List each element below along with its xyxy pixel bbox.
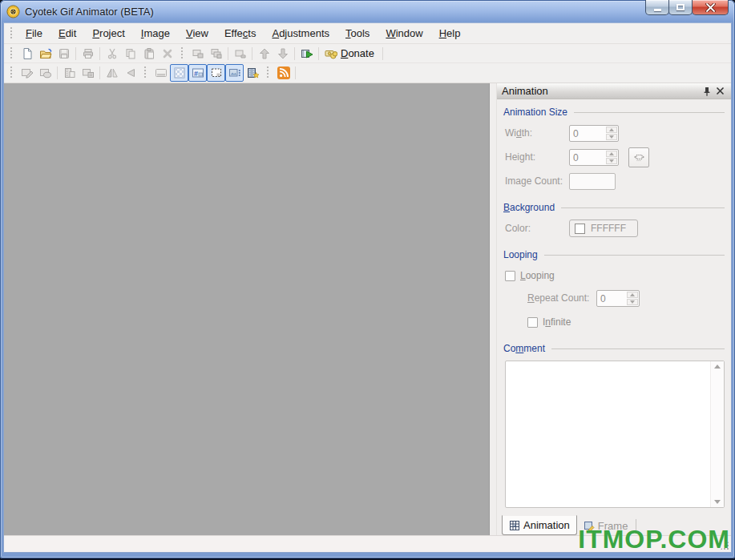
- section-rule: [544, 255, 725, 256]
- paste-button: [139, 45, 158, 62]
- animation-tab-icon: [509, 520, 520, 531]
- export-frame-icon: [192, 47, 204, 60]
- previous-frame-button: [121, 64, 139, 82]
- edit-image-button: [18, 64, 36, 82]
- app-window: Cyotek Gif Animator (BETA) File Edit Pro…: [0, 0, 735, 558]
- transparency-grid-button[interactable]: [170, 64, 188, 82]
- comment-textarea[interactable]: [506, 361, 710, 507]
- paste-icon: [143, 47, 155, 60]
- transparency-grid-icon: [173, 66, 186, 79]
- section-background: Background: [503, 202, 725, 213]
- draw-ellipse-button: [36, 64, 55, 82]
- frame-numbers-button[interactable]: #: [188, 64, 207, 82]
- move-up-button: [255, 45, 273, 62]
- menu-image[interactable]: Image: [133, 24, 178, 42]
- height-row: Height: 0: [505, 148, 725, 166]
- panel-title: Animation: [502, 85, 701, 97]
- section-rule: [561, 207, 725, 208]
- print-icon: [82, 47, 95, 60]
- looping-checkbox[interactable]: [505, 271, 515, 281]
- export-all-frames-button: [207, 45, 225, 62]
- section-title: Looping: [503, 249, 538, 260]
- donate-button[interactable]: Donate: [321, 45, 380, 62]
- menu-window[interactable]: Window: [378, 24, 430, 42]
- image-count-label: Image Count:: [505, 175, 569, 187]
- frame-numbers-icon: #: [192, 66, 204, 79]
- toolbar-grip[interactable]: [143, 66, 147, 79]
- color-label: Color:: [505, 223, 569, 234]
- watermark: ITMOP.COM: [578, 526, 730, 552]
- infinite-row: Infinite: [527, 313, 725, 331]
- canvas-area: [4, 83, 490, 535]
- menu-adjustments[interactable]: Adjustments: [264, 24, 337, 42]
- menu-effects[interactable]: Effects: [216, 24, 265, 42]
- infinite-checkbox-label: Infinite: [543, 316, 571, 328]
- width-spinner: 0: [569, 125, 619, 142]
- preview-icon: [301, 47, 313, 60]
- menu-edit[interactable]: Edit: [50, 24, 84, 42]
- section-title: Background: [503, 202, 555, 213]
- titlebar: Cyotek Gif Animator (BETA): [0, 0, 735, 22]
- color-picker-button: FFFFFF: [569, 220, 638, 237]
- scroll-up-icon[interactable]: [714, 365, 721, 369]
- height-label: Height:: [505, 151, 569, 163]
- open-folder-icon: [39, 47, 52, 60]
- menu-view[interactable]: View: [178, 24, 216, 42]
- maximize-icon: [676, 4, 685, 10]
- maximize-button[interactable]: [668, 0, 693, 15]
- print-button: [79, 45, 97, 62]
- comment-scrollbar[interactable]: [710, 361, 724, 507]
- preview-animation-button[interactable]: [297, 45, 316, 62]
- toolbar-separator: [57, 66, 58, 79]
- toolbar-grip[interactable]: [266, 66, 270, 79]
- show-selection-button[interactable]: [207, 64, 225, 82]
- window-controls: [646, 0, 729, 15]
- copy-frame-icon: [82, 66, 95, 79]
- scroll-down-icon[interactable]: [714, 500, 721, 504]
- manage-frames-icon: [247, 66, 260, 79]
- toolbar-grip[interactable]: [180, 47, 184, 60]
- section-title: Animation Size: [503, 107, 567, 118]
- tab-animation[interactable]: Animation: [502, 515, 577, 535]
- toolbar-grip[interactable]: [10, 66, 14, 79]
- section-rule: [551, 348, 725, 349]
- resize-anchor-icon: [633, 151, 645, 163]
- color-value: FFFFFF: [591, 223, 626, 234]
- donate-label: Donate: [341, 47, 374, 59]
- new-project-button[interactable]: [18, 45, 36, 62]
- menu-file[interactable]: File: [18, 24, 50, 42]
- frame-bar-button: [151, 64, 170, 82]
- menu-tools[interactable]: Tools: [337, 24, 378, 42]
- spin-down-button: [606, 158, 617, 164]
- menubar-grip[interactable]: [10, 27, 14, 40]
- spin-up-button: [606, 127, 617, 133]
- close-button[interactable]: [692, 0, 729, 15]
- close-panel-button[interactable]: [713, 85, 726, 98]
- section-comment: Comment: [503, 343, 725, 354]
- toolbar-grip[interactable]: [10, 47, 14, 60]
- app-icon: [6, 5, 20, 18]
- menu-help[interactable]: Help: [431, 24, 469, 42]
- delete-button: [158, 45, 176, 62]
- thumbnail-pane-button[interactable]: [225, 64, 244, 82]
- animation-panel: Animation Animation Size Width: 0: [496, 83, 731, 535]
- export-all-frames-icon: [210, 47, 223, 60]
- panel-splitter[interactable]: [490, 83, 496, 535]
- paste-frame-icon: [63, 66, 76, 79]
- image-count-field: [569, 173, 616, 190]
- thumbnails-icon: [228, 66, 241, 79]
- paste-frame-button: [60, 64, 79, 82]
- spin-up-button: [606, 151, 617, 157]
- pin-panel-button[interactable]: [701, 85, 713, 98]
- section-rule: [574, 112, 725, 113]
- height-value: 0: [570, 150, 605, 165]
- manage-frames-button[interactable]: [244, 64, 262, 82]
- edit-image-icon: [21, 66, 34, 79]
- delete-icon: [161, 47, 174, 60]
- minimize-button[interactable]: [645, 0, 669, 15]
- add-frame-button: [231, 45, 249, 62]
- open-button[interactable]: [36, 45, 55, 62]
- view-toolbar: #: [4, 63, 731, 83]
- news-feed-button[interactable]: [274, 64, 293, 82]
- menu-project[interactable]: Project: [84, 24, 132, 42]
